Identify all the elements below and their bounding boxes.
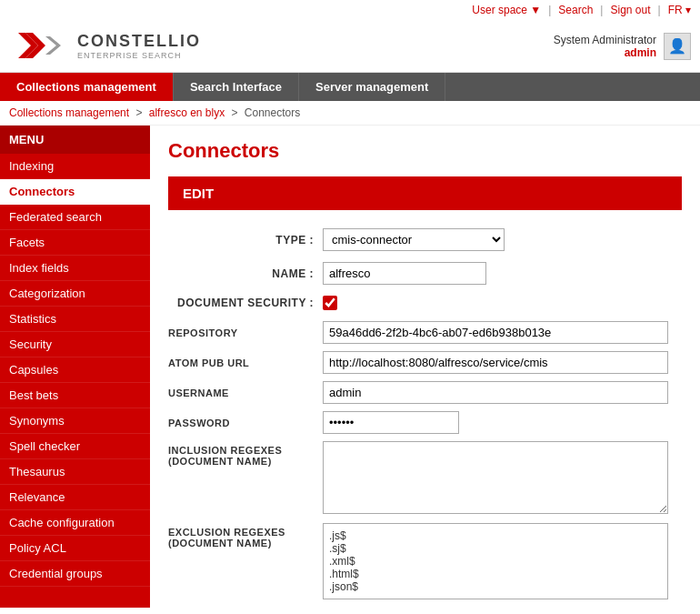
admin-name: System Administrator <box>554 34 656 46</box>
name-row: NAME : <box>168 262 682 285</box>
sidebar-item-federated-search[interactable]: Federated search <box>0 205 150 230</box>
doc-security-row: DOCUMENT SECURITY : <box>168 296 682 310</box>
sidebar-item-connectors[interactable]: Connectors <box>0 179 150 205</box>
svg-marker-2 <box>45 36 61 55</box>
tab-search-interface[interactable]: Search Interface <box>174 73 299 101</box>
inclusion-regexes-section: INCLUSION REGEXES (DOCUMENT NAME) <box>168 441 682 514</box>
sign-out-link[interactable]: Sign out <box>610 4 650 16</box>
header: CONSTELLIO ENTERPRISE SEARCH System Admi… <box>0 20 700 73</box>
password-row: PASSWORD <box>168 411 682 434</box>
logo-area: CONSTELLIO ENTERPRISE SEARCH <box>18 25 201 66</box>
content-area: Connectors EDIT TYPE : cmis-connector we… <box>150 126 700 608</box>
sidebar-item-indexing[interactable]: Indexing <box>0 154 150 179</box>
edit-header: EDIT <box>168 176 682 210</box>
type-select[interactable]: cmis-connector web-connector ldap-connec… <box>323 228 505 251</box>
sidebar-item-statistics[interactable]: Statistics <box>0 307 150 332</box>
exclusion-item: .html$ <box>329 568 662 580</box>
type-label: TYPE : <box>168 234 314 247</box>
sidebar-item-synonyms[interactable]: Synonyms <box>0 408 150 434</box>
username-label: USERNAME <box>168 388 314 398</box>
type-row: TYPE : cmis-connector web-connector ldap… <box>168 228 682 251</box>
search-link[interactable]: Search <box>558 4 593 16</box>
user-avatar: 👤 <box>664 33 691 60</box>
atom-pub-row: ATOM PUB URL <box>168 351 682 374</box>
sidebar: MENU Indexing Connectors Federated searc… <box>0 126 150 608</box>
sidebar-item-cache-configuration[interactable]: Cache configuration <box>0 510 150 536</box>
atom-pub-label: ATOM PUB URL <box>168 357 314 368</box>
breadcrumb-collections[interactable]: Collections management <box>9 106 129 119</box>
exclusion-item: .js$ <box>329 529 662 542</box>
sidebar-item-credential-groups[interactable]: Credential groups <box>0 561 150 587</box>
main-layout: MENU Indexing Connectors Federated searc… <box>0 126 700 608</box>
doc-security-checkbox[interactable] <box>323 296 337 310</box>
tab-collections-management[interactable]: Collections management <box>0 73 174 101</box>
name-input[interactable] <box>323 262 486 285</box>
sidebar-item-index-fields[interactable]: Index fields <box>0 256 150 281</box>
sidebar-item-capsules[interactable]: Capsules <box>0 357 150 383</box>
sidebar-item-policy-acl[interactable]: Policy ACL <box>0 536 150 561</box>
name-label: NAME : <box>168 267 314 280</box>
top-bar: User space ▼ | Search | Sign out | FR ▾ <box>0 0 700 20</box>
sidebar-item-security[interactable]: Security <box>0 332 150 357</box>
sidebar-item-categorization[interactable]: Categorization <box>0 281 150 307</box>
page-title: Connectors <box>168 139 682 163</box>
exclusion-item: .xml$ <box>329 555 662 568</box>
repository-row: REPOSITORY <box>168 321 682 344</box>
doc-security-label: DOCUMENT SECURITY : <box>168 297 314 309</box>
logo-icon <box>18 25 68 66</box>
username-input[interactable] <box>323 381 668 404</box>
inclusion-regexes-label: INCLUSION REGEXES (DOCUMENT NAME) <box>168 441 314 467</box>
sidebar-item-thesaurus[interactable]: Thesaurus <box>0 459 150 485</box>
repository-label: REPOSITORY <box>168 327 314 338</box>
sidebar-item-spell-checker[interactable]: Spell checker <box>0 434 150 459</box>
user-info: System Administrator admin 👤 <box>554 33 691 60</box>
exclusion-item: .json$ <box>329 580 662 593</box>
exclusion-regexes-label: EXCLUSION REGEXES (DOCUMENT NAME) <box>168 523 314 549</box>
logo-text: CONSTELLIO ENTERPRISE SEARCH <box>77 32 201 60</box>
breadcrumb-alfresco[interactable]: alfresco en blyx <box>149 106 225 119</box>
exclusion-item: .sj$ <box>329 542 662 555</box>
password-label: PASSWORD <box>168 418 314 428</box>
nav-tabs: Collections management Search Interface … <box>0 73 700 101</box>
language-link[interactable]: FR ▾ <box>668 4 691 16</box>
tab-server-management[interactable]: Server management <box>299 73 445 101</box>
sidebar-item-relevance[interactable]: Relevance <box>0 485 150 510</box>
sidebar-item-best-bets[interactable]: Best bets <box>0 383 150 408</box>
exclusion-regexes-section: EXCLUSION REGEXES (DOCUMENT NAME) .js$ .… <box>168 523 682 599</box>
breadcrumb: Collections management > alfresco en bly… <box>0 101 700 126</box>
exclusion-regexes-box: .js$ .sj$ .xml$ .html$ .json$ <box>323 523 668 599</box>
sidebar-menu-title: MENU <box>0 126 150 154</box>
sidebar-item-facets[interactable]: Facets <box>0 230 150 256</box>
username-row: USERNAME <box>168 381 682 404</box>
admin-username: admin <box>554 46 656 59</box>
atom-pub-input[interactable] <box>323 351 668 374</box>
password-input[interactable] <box>323 411 459 434</box>
repository-input[interactable] <box>323 321 668 344</box>
inclusion-regexes-textarea[interactable] <box>323 441 668 514</box>
breadcrumb-current: Connectors <box>245 106 300 119</box>
user-space-link[interactable]: User space ▼ <box>472 4 541 16</box>
